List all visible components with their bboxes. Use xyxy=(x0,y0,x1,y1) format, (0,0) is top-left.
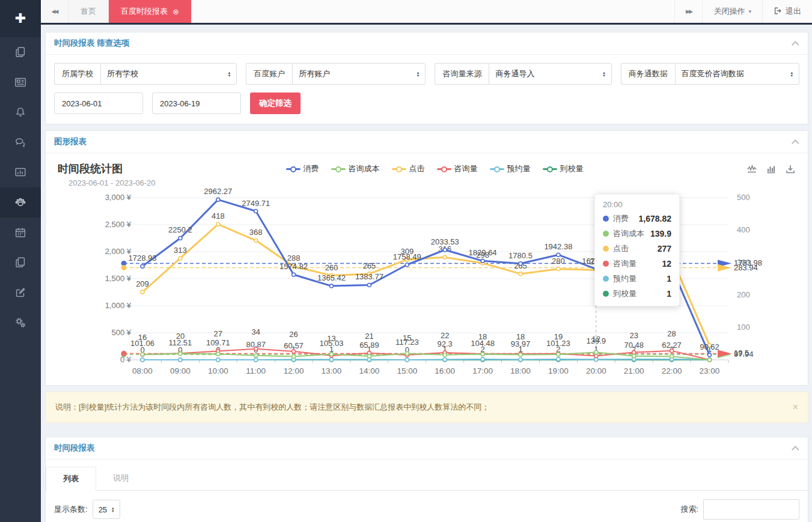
legend-label: 到校量 xyxy=(560,163,584,174)
legend-item-reservations[interactable]: 预约量 xyxy=(490,163,531,174)
svg-text:23: 23 xyxy=(629,331,638,340)
tab-close-icon[interactable]: ⊗ xyxy=(172,7,179,16)
line-chart-icon[interactable] xyxy=(746,163,757,174)
inquiry-source-select-value: 商务通导入 xyxy=(495,68,534,79)
sidebar-item-messages[interactable] xyxy=(0,127,41,157)
svg-text:2,000 ¥: 2,000 ¥ xyxy=(105,247,132,256)
swt-data-filter-label: 商务通数据 xyxy=(621,63,675,85)
svg-text:1829.64: 1829.64 xyxy=(469,248,497,257)
legend-item-consume[interactable]: 消费 xyxy=(286,163,319,174)
sidebar-logo[interactable]: ✚ xyxy=(0,0,41,37)
copy-2-icon xyxy=(14,256,27,269)
svg-text:16:00: 16:00 xyxy=(435,366,455,375)
tab-description[interactable]: 说明 xyxy=(96,467,145,490)
close-operations-dropdown[interactable]: 关闭操作 ▾ xyxy=(702,0,762,23)
sidebar-item-edit[interactable] xyxy=(0,278,41,308)
tab-home[interactable]: 首页 xyxy=(69,0,109,23)
svg-text:70.48: 70.48 xyxy=(624,341,644,350)
tooltip-time: 20:00 xyxy=(603,200,671,209)
app-root: ✚ xyxy=(0,0,812,522)
tab-bar: ◀◀ 首页 百度时段报表 ⊗ ▶▶ 关闭操作 ▾ 退出 xyxy=(41,0,812,25)
collapse-chevron-icon[interactable] xyxy=(792,139,799,147)
legend-item-arrivals[interactable]: 到校量 xyxy=(543,163,584,174)
legend-marker-icon xyxy=(437,166,451,172)
sidebar-item-reports[interactable] xyxy=(0,157,41,187)
svg-text:13:00: 13:00 xyxy=(322,366,342,375)
end-date-input[interactable]: 2023-06-19 xyxy=(152,93,241,114)
edit-icon xyxy=(14,286,27,299)
download-icon[interactable] xyxy=(785,163,796,174)
legend-marker-icon xyxy=(286,166,301,172)
svg-text:500 ¥: 500 ¥ xyxy=(111,328,131,337)
series-dot-icon xyxy=(603,291,609,297)
select-caret-icon: ▴▾ xyxy=(790,71,793,77)
tabs-scroll-left-button[interactable]: ◀◀ xyxy=(41,0,69,23)
tooltip-series-name: 咨询量 xyxy=(613,258,636,269)
tooltip-series-value: 277 xyxy=(658,244,671,253)
legend-label: 点击 xyxy=(409,163,425,174)
gears-icon xyxy=(14,316,27,329)
sidebar-item-news[interactable] xyxy=(0,67,41,97)
svg-text:2749.71: 2749.71 xyxy=(242,199,270,208)
select-caret-icon: ▴▾ xyxy=(112,506,114,512)
svg-text:11:00: 11:00 xyxy=(246,366,266,375)
legend-label: 咨询成本 xyxy=(349,163,380,174)
collapse-chevron-icon[interactable] xyxy=(792,446,799,454)
collapse-chevron-icon[interactable] xyxy=(792,41,799,49)
svg-text:09:00: 09:00 xyxy=(170,366,191,375)
tabs-scroll-right-button[interactable]: ▶▶ xyxy=(674,0,702,23)
svg-text:200: 200 xyxy=(737,290,750,299)
svg-text:1758.49: 1758.49 xyxy=(393,252,421,261)
legend-item-inquiries[interactable]: 咨询量 xyxy=(437,163,478,174)
svg-text:19.5: 19.5 xyxy=(734,348,749,357)
sidebar-item-baidu-active[interactable] xyxy=(0,187,41,217)
sidebar-item-settings[interactable] xyxy=(0,308,41,338)
logout-icon xyxy=(774,7,782,17)
sidebar-item-notifications[interactable] xyxy=(0,97,41,127)
logout-button[interactable]: 退出 xyxy=(762,0,812,23)
series-dot-icon xyxy=(603,246,609,252)
school-select[interactable]: 所有学校 ▴▾ xyxy=(100,63,237,85)
inquiry-source-select[interactable]: 商务通导入 ▴▾ xyxy=(489,63,611,85)
svg-text:21: 21 xyxy=(365,332,373,341)
close-operations-label: 关闭操作 xyxy=(713,6,745,17)
search-input[interactable] xyxy=(703,499,799,520)
start-date-input[interactable]: 2023-06-01 xyxy=(54,93,143,114)
svg-text:1,500 ¥: 1,500 ¥ xyxy=(105,274,132,283)
tab-bar-spacer xyxy=(192,0,675,23)
tooltip-series-value: 12 xyxy=(662,259,671,269)
svg-text:21:00: 21:00 xyxy=(624,366,644,375)
svg-text:12:00: 12:00 xyxy=(284,366,304,375)
tab-baidu-report[interactable]: 百度时段报表 ⊗ xyxy=(109,0,192,23)
select-caret-icon: ▴▾ xyxy=(603,71,605,77)
swt-data-select[interactable]: 百度竞价咨询数据 ▴▾ xyxy=(675,63,799,85)
bar-chart-icon[interactable] xyxy=(766,163,777,174)
svg-text:1574.82: 1574.82 xyxy=(279,262,308,271)
confirm-filter-button[interactable]: 确定筛选 xyxy=(250,93,301,114)
sidebar-item-calendar[interactable] xyxy=(0,217,41,247)
svg-text:60.57: 60.57 xyxy=(284,341,304,350)
tab-list[interactable]: 列表 xyxy=(46,467,96,491)
svg-text:1728.93: 1728.93 xyxy=(129,253,157,263)
sidebar-item-documents[interactable] xyxy=(0,247,41,278)
timeseries-chart[interactable]: 0 ¥500 ¥1,000 ¥1,500 ¥2,000 ¥2,500 ¥3,00… xyxy=(58,177,797,381)
svg-text:92.3: 92.3 xyxy=(438,339,453,348)
svg-text:280: 280 xyxy=(552,256,565,266)
page-size-select[interactable]: 25 ▴▾ xyxy=(93,500,120,519)
sidebar-item-copy[interactable] xyxy=(0,37,41,67)
tooltip-row: 咨询成本 139.9 xyxy=(603,228,671,239)
comments-icon xyxy=(14,136,27,149)
alert-close-icon[interactable]: × xyxy=(784,402,798,413)
legend-marker-icon xyxy=(392,166,406,172)
legend-item-inquiry-cost[interactable]: 咨询成本 xyxy=(331,163,380,174)
legend-item-clicks[interactable]: 点击 xyxy=(392,163,425,174)
legend-label: 咨询量 xyxy=(454,163,478,174)
baidu-account-select[interactable]: 所有账户 ▴▾ xyxy=(292,63,426,85)
svg-text:62.27: 62.27 xyxy=(662,341,682,350)
svg-text:1365.42: 1365.42 xyxy=(317,273,346,282)
svg-text:80.87: 80.87 xyxy=(246,340,266,349)
svg-text:283.94: 283.94 xyxy=(734,263,758,272)
svg-text:1780.5: 1780.5 xyxy=(508,251,533,260)
svg-text:18:00: 18:00 xyxy=(510,366,531,375)
svg-text:19:00: 19:00 xyxy=(548,366,569,375)
